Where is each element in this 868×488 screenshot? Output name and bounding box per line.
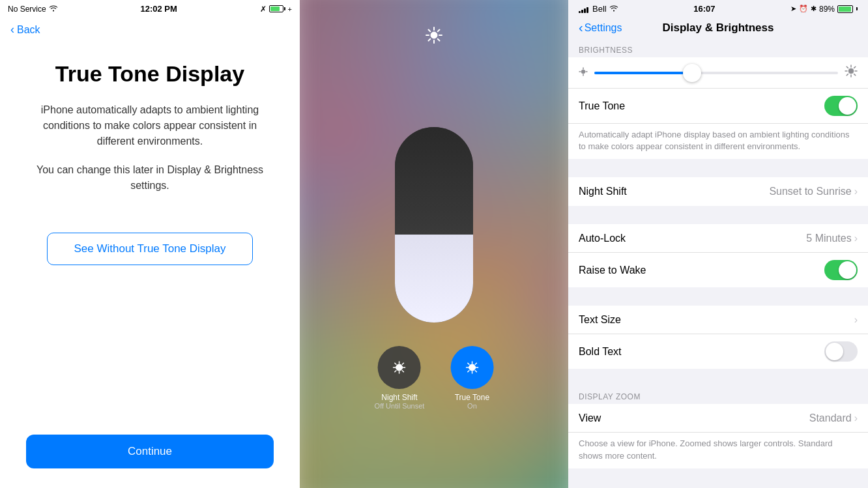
- brightness-slider-row[interactable]: [568, 57, 868, 89]
- battery-percent: 89%: [819, 5, 835, 14]
- brightness-low-icon: [579, 67, 588, 78]
- battery-cap: [856, 7, 858, 10]
- text-size-label: Text Size: [579, 314, 854, 326]
- spacer-4: [568, 369, 868, 387]
- svg-line-15: [403, 371, 404, 372]
- svg-line-16: [403, 363, 404, 364]
- svg-line-38: [854, 74, 856, 76]
- brightness-high-icon: [845, 65, 858, 81]
- night-shift-group: Night Shift Sunset to Sunrise ›: [568, 177, 868, 206]
- pill-light-section: [395, 235, 473, 323]
- setup-title: True Tone Display: [55, 61, 244, 87]
- brightness-section: BRIGHTNESS: [568, 40, 868, 206]
- view-label: View: [579, 412, 809, 424]
- night-shift-row-label: Night Shift: [579, 186, 769, 197]
- settings-status-left: Bell: [579, 4, 618, 14]
- true-tone-description: Automatically adapt iPhone display based…: [568, 124, 868, 159]
- night-shift-label: Night Shift Off Until Sunset: [375, 393, 425, 410]
- settings-panel: Bell 16:07 ➤ ⏰ ✱ 89% ‹ Settings: [568, 0, 868, 488]
- settings-status-right: ➤ ⏰ ✱ 89%: [790, 5, 858, 14]
- status-right: ✗ +: [260, 5, 292, 14]
- bluetooth-icon-settings: ✱: [811, 5, 817, 13]
- true-tone-row[interactable]: True Tone: [568, 89, 868, 124]
- text-size-chevron-icon: ›: [854, 314, 858, 326]
- auto-lock-label: Auto-Lock: [579, 233, 806, 244]
- raise-to-wake-toggle[interactable]: [824, 260, 858, 280]
- bluetooth-icon: ✗: [260, 5, 267, 14]
- svg-line-6: [438, 39, 440, 41]
- battery-icon: [269, 5, 285, 12]
- brightness-section-header: BRIGHTNESS: [568, 40, 868, 57]
- settings-back-label: Settings: [585, 22, 622, 34]
- svg-line-24: [475, 371, 476, 372]
- svg-line-26: [468, 371, 469, 372]
- brightness-slider[interactable]: [594, 72, 838, 74]
- back-chevron-icon: ‹: [10, 23, 14, 36]
- view-row[interactable]: View Standard ›: [568, 404, 868, 433]
- settings-back-button[interactable]: ‹ Settings: [579, 20, 622, 35]
- see-without-button[interactable]: See Without True Tone Display: [47, 233, 252, 265]
- true-tone-label: True Tone On: [455, 393, 489, 410]
- view-value: Standard: [809, 412, 852, 424]
- settings-page-title: Display & Brightness: [663, 22, 774, 35]
- brightness-pill[interactable]: [395, 127, 473, 323]
- settings-wifi-icon: [609, 5, 618, 14]
- raise-to-wake-label: Raise to Wake: [579, 265, 824, 276]
- true-tone-group: True Tone Automatically adapt iPhone dis…: [568, 89, 868, 159]
- auto-lock-chevron-icon: ›: [854, 233, 858, 244]
- spacer-1: [568, 159, 868, 177]
- night-shift-button[interactable]: [378, 346, 421, 389]
- svg-line-25: [475, 363, 476, 364]
- raise-to-wake-row[interactable]: Raise to Wake: [568, 253, 868, 287]
- true-tone-button[interactable]: [450, 346, 493, 389]
- spacer-2: [568, 206, 868, 224]
- svg-line-7: [438, 30, 440, 32]
- svg-line-23: [468, 363, 469, 364]
- pill-dark-section: [395, 127, 473, 235]
- sun-icon: [425, 26, 443, 48]
- night-shift-value: Sunset to Sunrise: [769, 186, 851, 197]
- setup-description: iPhone automatically adapts to ambient l…: [26, 102, 274, 149]
- status-left: No Service: [8, 5, 58, 14]
- svg-line-14: [395, 363, 396, 364]
- svg-line-40: [846, 74, 848, 76]
- bold-text-toggle[interactable]: [824, 341, 858, 362]
- setup-panel: No Service 12:02 PM ✗ + ‹ Back: [0, 0, 300, 488]
- charging-icon: +: [288, 5, 292, 13]
- back-label: Back: [17, 24, 40, 36]
- raise-to-wake-toggle-knob: [839, 261, 856, 279]
- setup-note: You can change this later in Display & B…: [26, 162, 274, 194]
- svg-point-27: [581, 70, 585, 74]
- lock-group: Auto-Lock 5 Minutes › Raise to Wake: [568, 224, 868, 287]
- location-icon: ➤: [790, 5, 796, 13]
- true-tone-row-label: True Tone: [579, 100, 824, 112]
- svg-line-17: [395, 371, 396, 372]
- auto-lock-value: 5 Minutes: [806, 233, 851, 244]
- true-tone-toggle[interactable]: [824, 96, 858, 116]
- text-size-row[interactable]: Text Size ›: [568, 306, 868, 334]
- back-button[interactable]: ‹ Back: [0, 18, 300, 42]
- view-chevron-icon: ›: [854, 412, 858, 424]
- auto-lock-row[interactable]: Auto-Lock 5 Minutes ›: [568, 224, 868, 253]
- view-description: Choose a view for iPhone. Zoomed shows l…: [568, 433, 868, 468]
- spacer-3: [568, 287, 868, 306]
- display-zoom-section: DISPLAY ZOOM View Standard › Choose a vi…: [568, 387, 868, 468]
- night-shift-row[interactable]: Night Shift Sunset to Sunrise ›: [568, 177, 868, 206]
- bold-text-toggle-knob: [826, 343, 843, 360]
- wifi-icon: [49, 5, 58, 14]
- bold-text-label: Bold Text: [579, 346, 824, 358]
- back-chevron-settings-icon: ‹: [579, 20, 583, 35]
- signal-bars: [579, 5, 588, 13]
- bold-text-row[interactable]: Bold Text: [568, 334, 868, 369]
- control-center-panel: Night Shift Off Until Sunset: [300, 0, 568, 488]
- status-bar: No Service 12:02 PM ✗ +: [0, 0, 300, 18]
- settings-carrier: Bell: [592, 4, 607, 14]
- svg-point-9: [396, 364, 403, 371]
- svg-point-0: [431, 32, 437, 38]
- svg-line-5: [429, 30, 431, 32]
- continue-button[interactable]: Continue: [26, 435, 274, 468]
- setup-content: True Tone Display iPhone automatically a…: [0, 42, 300, 422]
- settings-time: 16:07: [693, 4, 715, 14]
- battery-body: [837, 5, 853, 13]
- night-shift-chevron-icon: ›: [854, 186, 858, 197]
